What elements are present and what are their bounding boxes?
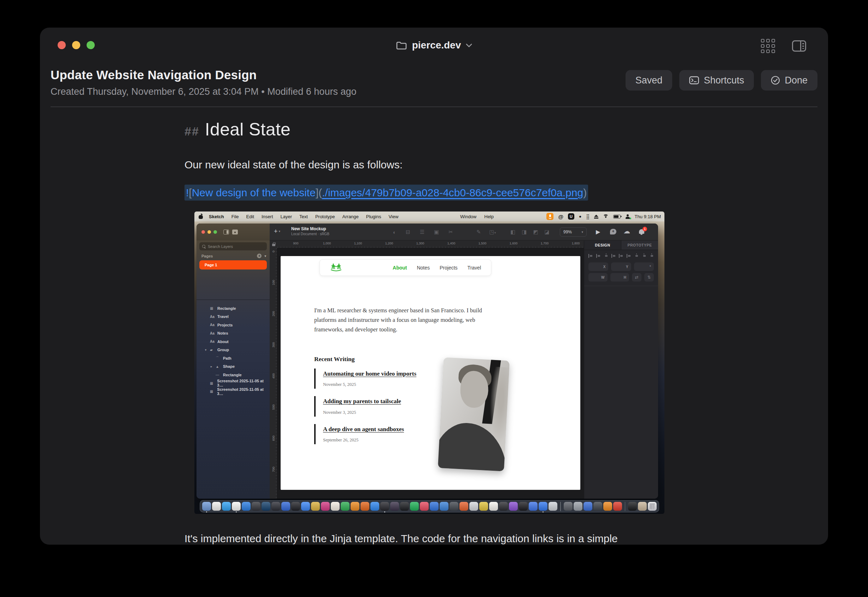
align-bottom-icon[interactable] (649, 254, 654, 258)
distribute-icon[interactable] (604, 254, 608, 258)
dock-app-icon[interactable] (420, 502, 429, 511)
eject-icon[interactable] (594, 215, 598, 218)
dock-app-icon[interactable] (584, 502, 592, 511)
layer-row-projects[interactable]: AaProjects (197, 321, 270, 329)
dock-app-icon[interactable] (539, 502, 547, 511)
subtract-icon[interactable]: ◨ (521, 229, 527, 235)
dock-app-icon[interactable] (440, 502, 449, 511)
article-title-link[interactable]: A deep dive on agent sandboxes (323, 425, 418, 433)
dock-app-icon[interactable] (311, 502, 320, 511)
apple-menu-icon[interactable] (198, 214, 203, 219)
layer-row-shape[interactable]: ▸▲Shape (197, 362, 270, 371)
menu-file[interactable]: File (231, 214, 239, 219)
layer-row-rectangle[interactable]: —Rectangle (197, 371, 270, 379)
dock-app-icon[interactable] (410, 502, 419, 511)
article-item[interactable]: Adding my parents to tailscaleNovember 3… (314, 396, 431, 416)
menu-sketch[interactable]: Sketch (209, 214, 224, 219)
distribute-tool-icon[interactable]: ⊟ (406, 229, 410, 235)
difference-icon[interactable]: ◪ (545, 229, 550, 235)
layer-row-group[interactable]: ▾▰Group (197, 346, 270, 354)
layer-chevron-icon[interactable]: ▾ (205, 348, 210, 352)
image-url-link[interactable]: ./images/479b7b09-a028-4cb0-86c9-cee576c… (322, 187, 583, 198)
saved-button[interactable]: Saved (625, 70, 672, 91)
sidebar-toggle-icon[interactable] (792, 40, 806, 52)
dock-app-icon[interactable] (331, 502, 340, 511)
dock-app-icon[interactable] (301, 502, 310, 511)
dock-app-icon[interactable] (638, 502, 647, 511)
battery-icon[interactable] (613, 215, 621, 218)
dock-app-icon[interactable] (380, 502, 389, 511)
dock-app-icon[interactable] (222, 502, 231, 511)
dock-app-icon[interactable] (271, 502, 280, 511)
dock-app-icon[interactable] (242, 502, 250, 511)
u-app-menu-icon[interactable]: U (568, 213, 574, 220)
website-mockup-artboard[interactable]: AboutNotesProjectsTravel I'm a ML resear… (281, 256, 580, 490)
align-top-icon[interactable] (634, 254, 638, 258)
dock-app-icon[interactable] (321, 502, 330, 511)
dock-app-icon[interactable] (430, 502, 438, 511)
width-field[interactable]: W (588, 273, 607, 282)
pages-collapse-icon[interactable]: ▾ (264, 254, 266, 258)
dock-app-icon[interactable] (628, 502, 637, 511)
layer-chevron-icon[interactable]: ▸ (210, 365, 216, 368)
dock-app-icon[interactable] (479, 502, 488, 511)
trash-icon[interactable] (648, 502, 657, 511)
menu-layer[interactable]: Layer (281, 214, 292, 219)
dot-status-icon[interactable]: ● (579, 214, 581, 219)
union-icon[interactable]: ◧ (510, 229, 515, 235)
grid-view-toggle-icon[interactable] (232, 230, 238, 235)
layer-row-notes[interactable]: AaNotes (197, 329, 270, 338)
embedded-screenshot[interactable]: SketchFileEditInsertLayerTextPrototypeAr… (194, 211, 664, 514)
article-title-link[interactable]: Adding my parents to tailscale (323, 397, 418, 405)
markdown-image-link[interactable]: ![New design of the website](./images/47… (185, 187, 683, 199)
layer-row-about[interactable]: AaAbout (197, 337, 270, 346)
sketch-zoom-button[interactable] (213, 230, 217, 234)
mockup-nav-about[interactable]: About (393, 265, 407, 270)
menubar-clock[interactable]: Thu 9:18 PM (635, 214, 661, 219)
shortcuts-button[interactable]: Shortcuts (679, 70, 754, 91)
contrast-tool-icon[interactable]: ◐ (393, 229, 396, 235)
dock-app-icon[interactable] (360, 502, 369, 511)
layer-row-path[interactable]: ⌒Path (197, 354, 270, 362)
at-menu-icon[interactable]: @ (558, 214, 563, 220)
titlebar-folder-switcher[interactable]: pierce.dev (40, 28, 828, 63)
menu-insert[interactable]: Insert (262, 214, 273, 219)
search-layers-input[interactable]: Search Layers (199, 242, 267, 250)
menu-window[interactable]: Window (460, 214, 476, 219)
bridge-logo-icon[interactable] (330, 263, 342, 273)
mockup-nav-projects[interactable]: Projects (440, 265, 458, 270)
preview-play-button[interactable]: ▶ (596, 229, 600, 235)
article-title-link[interactable]: Automating our home video imports (323, 370, 418, 378)
dock-app-icon[interactable] (593, 502, 602, 511)
y-field[interactable]: Y (611, 263, 631, 271)
align-middle-icon[interactable] (619, 254, 624, 258)
dock-app-icon[interactable] (291, 502, 300, 511)
menu-arrange[interactable]: Arrange (342, 214, 359, 219)
mockup-nav-travel[interactable]: Travel (468, 265, 481, 270)
dock-app-icon[interactable] (202, 502, 211, 511)
menu-view[interactable]: View (388, 214, 398, 219)
sidebar-view-toggle-icon[interactable] (224, 230, 229, 235)
flip-horizontal-icon[interactable]: ⇄ (632, 273, 641, 282)
layer-row-screenshot-2025-11-05-at-3-[interactable]: ▦Screenshot 2025-11-05 at 3… (197, 379, 270, 388)
lock-icon[interactable] (272, 244, 275, 246)
shape-tool-icon[interactable]: ◳▾ (489, 229, 496, 235)
dock-app-icon[interactable] (370, 502, 379, 511)
dock-app-icon[interactable] (470, 502, 478, 511)
align-right-icon[interactable] (612, 254, 616, 258)
dock-app-icon[interactable] (603, 502, 612, 511)
user-switcher-icon[interactable] (625, 214, 630, 219)
note-editor[interactable]: ## Ideal State Our new ideal state of th… (185, 107, 683, 545)
dock-app-icon[interactable] (489, 502, 498, 511)
align-tool-icon[interactable]: ☰ (420, 229, 424, 235)
dock-app-icon[interactable] (499, 502, 508, 511)
insert-button[interactable]: +▾ (274, 228, 280, 235)
dock-app-icon[interactable] (459, 502, 468, 511)
image-alt-text[interactable]: New design of the website (192, 187, 316, 198)
sketch-close-button[interactable] (201, 230, 205, 234)
sketch-canvas[interactable]: 9001,0001,1001,2001,3001,4001,5001,6001,… (270, 241, 584, 499)
article-item[interactable]: A deep dive on agent sandboxesSeptember … (314, 424, 431, 444)
layer-row-screenshot-2025-11-05-at-3-[interactable]: ▦Screenshot 2025-11-05 at 3… (197, 387, 270, 396)
layer-row-travel[interactable]: AaTravel (197, 313, 270, 321)
grid-view-icon[interactable] (761, 39, 775, 53)
